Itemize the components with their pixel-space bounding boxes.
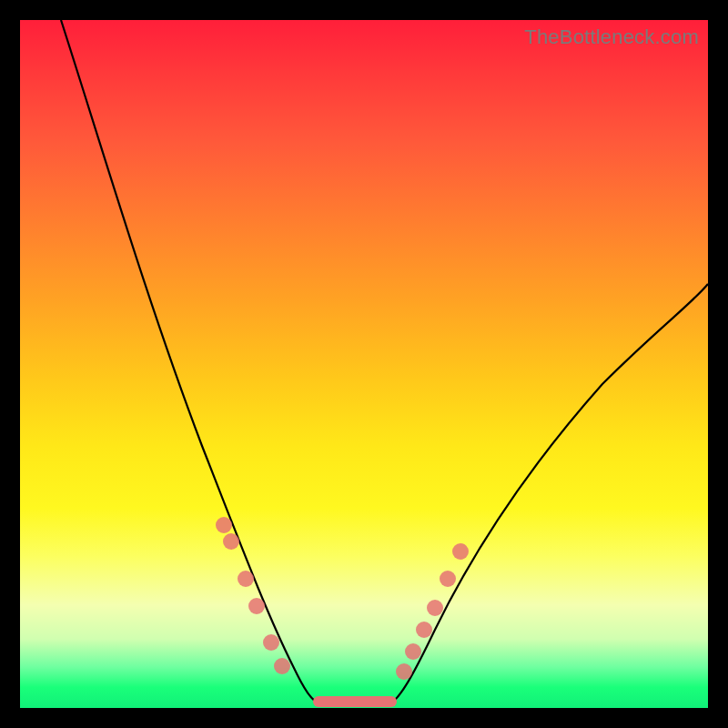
svg-point-6 — [396, 663, 412, 680]
svg-point-1 — [223, 533, 239, 550]
left-dot-cluster — [216, 517, 290, 674]
svg-point-11 — [452, 543, 469, 560]
svg-point-0 — [216, 517, 232, 533]
svg-point-2 — [238, 571, 254, 587]
right-curve — [389, 284, 708, 704]
plot-area — [20, 20, 708, 708]
svg-point-4 — [263, 634, 279, 651]
svg-point-9 — [427, 600, 443, 616]
svg-point-8 — [416, 622, 432, 638]
chart-frame: TheBottleneck.com — [20, 20, 708, 708]
left-curve — [61, 20, 320, 704]
right-dot-cluster — [396, 543, 469, 680]
svg-point-10 — [440, 571, 456, 587]
svg-point-7 — [405, 643, 421, 660]
svg-point-3 — [248, 598, 265, 614]
chart-svg — [20, 20, 708, 708]
svg-point-5 — [274, 658, 290, 674]
watermark-text: TheBottleneck.com — [524, 25, 699, 49]
